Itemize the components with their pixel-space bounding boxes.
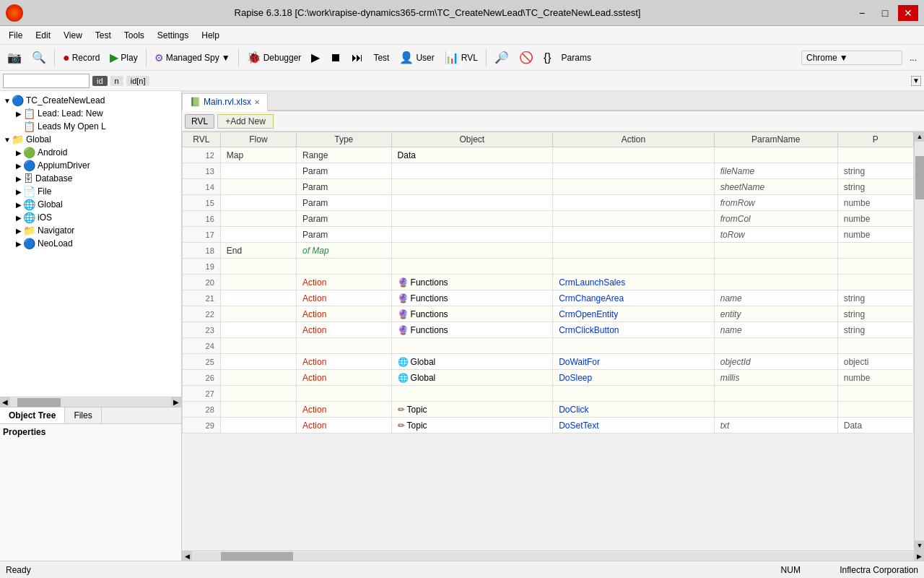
hscroll-main-thumb[interactable] <box>221 552 293 561</box>
tree-icon-file: 📄 <box>23 186 35 197</box>
tree-node-navigator[interactable]: ▶ 📁 Navigator <box>0 224 181 237</box>
search-input[interactable] <box>3 74 90 88</box>
table-row[interactable]: 20 Action 🔮 Functions CrmLaunchSales <box>183 275 914 290</box>
tab-close-btn[interactable]: ✕ <box>254 98 260 106</box>
tree-node-leads_my_open[interactable]: 📋 Leads My Open L <box>0 120 181 133</box>
tree-arrow-android: ▶ <box>14 149 23 157</box>
tree-node-android[interactable]: ▶ 🟢 Android <box>0 146 181 159</box>
vscroll[interactable]: ▲ ▼ <box>914 131 924 551</box>
tab-scroll-btn[interactable]: ▼ <box>911 76 921 86</box>
menu-settings[interactable]: Settings <box>152 29 194 42</box>
test-button[interactable]: Test <box>369 51 393 64</box>
hscroll-bar[interactable]: ◀ ▶ <box>182 551 924 561</box>
menu-view[interactable]: View <box>58 29 88 42</box>
toolbar-search-button[interactable]: 🔍 <box>27 49 51 66</box>
tree-node-tc_root[interactable]: ▼ 🔵 TC_CreateNewLead <box>0 94 181 107</box>
cell-paramvalue <box>837 243 913 259</box>
params-button[interactable]: Params <box>557 51 596 64</box>
tag-idn[interactable]: id[n] <box>126 76 150 86</box>
more-button[interactable]: ... <box>905 51 921 64</box>
tree-hscroll[interactable]: ◀ ▶ <box>0 397 181 407</box>
param-name: fromCol <box>720 214 751 224</box>
menu-tools[interactable]: Tools <box>118 29 150 42</box>
toolbar-code-button[interactable]: {} <box>539 50 556 66</box>
table-row[interactable]: 24 <box>183 338 914 354</box>
hscroll-thumb[interactable] <box>17 398 61 407</box>
minimize-button[interactable]: − <box>852 5 872 21</box>
toolbar-run-button[interactable]: ▶ <box>307 49 324 66</box>
table-row[interactable]: 21 Action 🔮 Functions CrmChangeArea name… <box>183 290 914 306</box>
toolbar-spy2-button[interactable]: 🚫 <box>515 49 538 66</box>
managed-spy-button[interactable]: ⚙ Managed Spy ▼ <box>150 51 235 65</box>
vscroll-up-btn[interactable]: ▲ <box>915 131 924 142</box>
toolbar-screenshot-button[interactable]: 📷 <box>3 49 26 66</box>
properties-title: Properties <box>3 427 178 437</box>
hscroll-right-btn[interactable]: ▶ <box>171 397 181 407</box>
play-button[interactable]: ▶ Play <box>105 49 141 66</box>
hscroll-left[interactable]: ◀ <box>182 551 192 561</box>
chrome-dropdown[interactable]: Chrome ▼ <box>801 51 902 65</box>
properties-area: Properties <box>0 423 181 561</box>
tree-arrow-tc_root: ▼ <box>3 97 12 105</box>
rvl-button[interactable]: 📊 RVL <box>440 49 482 66</box>
table-row[interactable]: 15 Param fromRow numbe <box>183 195 914 211</box>
table-row[interactable]: 13 Param fileName string <box>183 163 914 179</box>
hscroll-left-btn[interactable]: ◀ <box>0 397 10 407</box>
toolbar-step-button[interactable]: ⏭ <box>347 50 367 66</box>
tag-id[interactable]: id <box>92 76 108 86</box>
topic-icon: ✏ <box>398 405 405 415</box>
tree-node-database[interactable]: ▶ 🗄 Database <box>0 172 181 185</box>
tab-files[interactable]: Files <box>65 407 101 423</box>
toolbar-spy1-button[interactable]: 🔎 <box>490 49 513 66</box>
hscroll-right[interactable]: ▶ <box>914 551 924 561</box>
table-row[interactable]: 25 Action 🌐 Global DoWaitFor objectId ob… <box>183 354 914 370</box>
editor-tab-main[interactable]: 📗 Main.rvl.xlsx ✕ <box>182 93 268 111</box>
table-row[interactable]: 17 Param toRow numbe <box>183 227 914 243</box>
table-row[interactable]: 14 Param sheetName string <box>183 179 914 195</box>
table-row[interactable]: 29 Action ✏ Topic DoSetText txt Data <box>183 418 914 434</box>
menu-test[interactable]: Test <box>90 29 117 42</box>
add-new-button[interactable]: +Add New <box>217 114 274 129</box>
table-row[interactable]: 27 <box>183 386 914 402</box>
tree-node-global[interactable]: ▼ 📁 Global <box>0 133 181 146</box>
menu-file[interactable]: File <box>3 29 28 42</box>
toolbar-sep-4 <box>486 49 487 66</box>
tree-area[interactable]: ▼ 🔵 TC_CreateNewLead ▶ 📋 Lead: Lead: New… <box>0 91 181 397</box>
user-button[interactable]: 👤 User <box>395 49 438 66</box>
rvl-tab-btn[interactable]: RVL <box>185 114 214 129</box>
vscroll-thumb[interactable] <box>915 156 924 199</box>
tree-node-neoload[interactable]: ▶ 🔵 NeoLoad <box>0 237 181 250</box>
cell-action <box>553 259 715 275</box>
menu-edit[interactable]: Edit <box>30 29 56 42</box>
cell-object <box>391 259 553 275</box>
table-row[interactable]: 28 Action ✏ Topic DoClick <box>183 402 914 418</box>
table-row[interactable]: 23 Action 🔮 Functions CrmClickButton nam… <box>183 322 914 338</box>
vscroll-down-btn[interactable]: ▼ <box>915 540 924 551</box>
table-row[interactable]: 22 Action 🔮 Functions CrmOpenEntity enti… <box>183 306 914 322</box>
table-row[interactable]: 12 Map Range Data <box>183 147 914 163</box>
cell-flow <box>220 211 296 227</box>
close-button[interactable]: ✕ <box>898 5 918 21</box>
toolbar-stop-button[interactable]: ⏹ <box>326 50 346 66</box>
table-row[interactable]: 26 Action 🌐 Global DoSleep millis numbe <box>183 370 914 386</box>
table-row[interactable]: 19 <box>183 259 914 275</box>
tree-node-appiumdriver[interactable]: ▶ 🔵 AppiumDriver <box>0 159 181 172</box>
cell-flow <box>220 179 296 195</box>
table-row[interactable]: 18 End of Map <box>183 243 914 259</box>
record-button[interactable]: ● Record <box>58 50 104 66</box>
table-row[interactable]: 16 Param fromCol numbe <box>183 211 914 227</box>
debugger-button[interactable]: 🐞 Debugger <box>243 49 306 66</box>
tree-arrow-navigator: ▶ <box>14 227 23 235</box>
menu-help[interactable]: Help <box>196 29 225 42</box>
tree-node-lead_lead_new[interactable]: ▶ 📋 Lead: Lead: New <box>0 107 181 120</box>
tree-node-ios[interactable]: ▶ 🌐 iOS <box>0 211 181 224</box>
rvl-grid-container[interactable]: RVL Flow Type Object Action ParamName P … <box>182 131 914 551</box>
cell-type: Action <box>297 322 392 338</box>
tab-object-tree[interactable]: Object Tree <box>0 407 65 423</box>
maximize-button[interactable]: □ <box>875 5 895 21</box>
tag-n[interactable]: n <box>110 76 123 86</box>
tree-node-file[interactable]: ▶ 📄 File <box>0 185 181 198</box>
global-icon: 🌐 <box>398 373 409 383</box>
tree-node-global2[interactable]: ▶ 🌐 Global <box>0 198 181 211</box>
cell-paramvalue <box>837 402 913 418</box>
